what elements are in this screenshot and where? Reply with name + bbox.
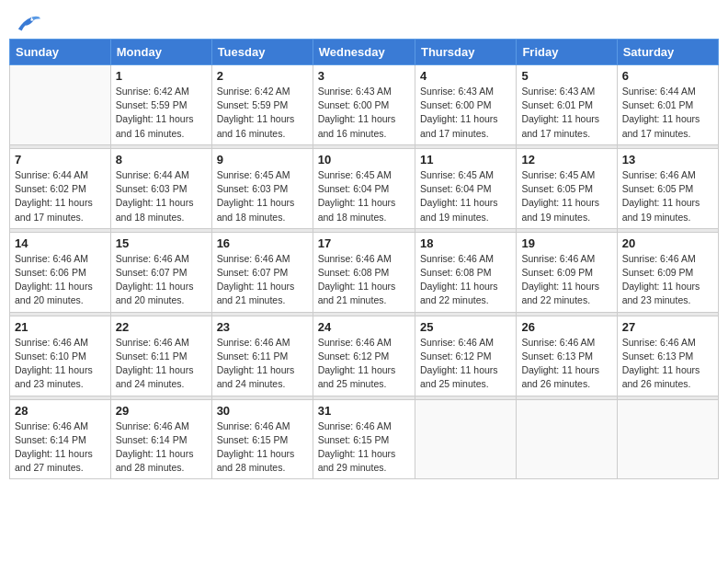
sunrise-text: Sunrise: 6:45 AM bbox=[521, 168, 611, 182]
sunset-text: Sunset: 6:14 PM bbox=[116, 433, 207, 447]
sunrise-text: Sunrise: 6:42 AM bbox=[217, 85, 308, 98]
daylight-text-cont: and 26 minutes. bbox=[622, 377, 713, 391]
sunset-text: Sunset: 6:03 PM bbox=[217, 182, 308, 196]
day-info: Sunrise: 6:44 AMSunset: 6:02 PMDaylight:… bbox=[15, 168, 106, 224]
day-info: Sunrise: 6:46 AMSunset: 6:11 PMDaylight:… bbox=[116, 336, 207, 392]
sunset-text: Sunset: 6:12 PM bbox=[318, 350, 410, 363]
day-number: 28 bbox=[15, 404, 106, 418]
day-number: 15 bbox=[116, 236, 207, 250]
day-info: Sunrise: 6:44 AMSunset: 6:01 PMDaylight:… bbox=[622, 85, 713, 141]
day-info: Sunrise: 6:46 AMSunset: 6:14 PMDaylight:… bbox=[116, 419, 207, 476]
sunrise-text: Sunrise: 6:44 AM bbox=[116, 168, 207, 182]
sunrise-text: Sunrise: 6:46 AM bbox=[318, 336, 410, 350]
day-number: 14 bbox=[15, 236, 106, 250]
weekday-header: Saturday bbox=[617, 40, 718, 65]
calendar-day-cell: 6Sunrise: 6:44 AMSunset: 6:01 PMDaylight… bbox=[617, 65, 718, 145]
day-number: 17 bbox=[318, 236, 410, 250]
calendar-day-cell: 18Sunrise: 6:46 AMSunset: 6:08 PMDayligh… bbox=[415, 232, 516, 312]
daylight-text: Daylight: 11 hours bbox=[217, 196, 308, 210]
daylight-text: Daylight: 11 hours bbox=[318, 363, 410, 377]
daylight-text: Daylight: 11 hours bbox=[420, 363, 511, 377]
day-info: Sunrise: 6:45 AMSunset: 6:03 PMDaylight:… bbox=[217, 168, 308, 224]
calendar-day-cell: 1Sunrise: 6:42 AMSunset: 5:59 PMDaylight… bbox=[110, 65, 211, 145]
calendar-week-row: 1Sunrise: 6:42 AMSunset: 5:59 PMDaylight… bbox=[10, 65, 719, 145]
calendar-week-row: 28Sunrise: 6:46 AMSunset: 6:14 PMDayligh… bbox=[10, 399, 719, 479]
day-info: Sunrise: 6:46 AMSunset: 6:05 PMDaylight:… bbox=[622, 168, 713, 224]
daylight-text-cont: and 22 minutes. bbox=[521, 293, 611, 307]
calendar-day-cell: 7Sunrise: 6:44 AMSunset: 6:02 PMDaylight… bbox=[10, 148, 111, 228]
sunrise-text: Sunrise: 6:44 AM bbox=[622, 85, 713, 98]
day-info: Sunrise: 6:46 AMSunset: 6:12 PMDaylight:… bbox=[318, 336, 410, 392]
calendar-day-cell: 2Sunrise: 6:42 AMSunset: 5:59 PMDaylight… bbox=[211, 65, 313, 145]
day-number: 7 bbox=[15, 153, 106, 167]
day-info: Sunrise: 6:46 AMSunset: 6:06 PMDaylight:… bbox=[15, 252, 106, 308]
daylight-text: Daylight: 11 hours bbox=[318, 280, 410, 293]
day-info: Sunrise: 6:46 AMSunset: 6:08 PMDaylight:… bbox=[318, 252, 410, 308]
calendar-day-cell: 20Sunrise: 6:46 AMSunset: 6:09 PMDayligh… bbox=[617, 232, 718, 312]
calendar-day-cell: 24Sunrise: 6:46 AMSunset: 6:12 PMDayligh… bbox=[313, 316, 415, 396]
day-info: Sunrise: 6:46 AMSunset: 6:15 PMDaylight:… bbox=[217, 419, 308, 476]
daylight-text: Daylight: 11 hours bbox=[622, 280, 713, 293]
daylight-text-cont: and 23 minutes. bbox=[15, 377, 106, 391]
calendar-day-cell: 13Sunrise: 6:46 AMSunset: 6:05 PMDayligh… bbox=[617, 148, 718, 228]
daylight-text-cont: and 20 minutes. bbox=[15, 293, 106, 307]
calendar-day-cell: 14Sunrise: 6:46 AMSunset: 6:06 PMDayligh… bbox=[10, 232, 111, 312]
sunrise-text: Sunrise: 6:43 AM bbox=[521, 85, 611, 98]
sunset-text: Sunset: 6:06 PM bbox=[15, 266, 106, 280]
sunset-text: Sunset: 6:03 PM bbox=[116, 182, 207, 196]
day-number: 10 bbox=[318, 153, 410, 167]
sunrise-text: Sunrise: 6:46 AM bbox=[521, 252, 611, 266]
logo bbox=[17, 15, 42, 35]
calendar-day-cell: 8Sunrise: 6:44 AMSunset: 6:03 PMDaylight… bbox=[110, 148, 211, 228]
calendar-day-cell: 5Sunrise: 6:43 AMSunset: 6:01 PMDaylight… bbox=[517, 65, 617, 145]
sunrise-text: Sunrise: 6:46 AM bbox=[15, 336, 106, 350]
sunset-text: Sunset: 6:00 PM bbox=[420, 98, 511, 112]
daylight-text: Daylight: 11 hours bbox=[217, 280, 308, 293]
sunset-text: Sunset: 6:05 PM bbox=[521, 182, 611, 196]
day-number: 23 bbox=[217, 320, 308, 334]
day-info: Sunrise: 6:43 AMSunset: 6:00 PMDaylight:… bbox=[420, 85, 511, 141]
daylight-text-cont: and 16 minutes. bbox=[116, 127, 207, 141]
sunrise-text: Sunrise: 6:46 AM bbox=[318, 252, 410, 266]
weekday-header: Wednesday bbox=[313, 40, 415, 65]
day-number: 20 bbox=[622, 236, 713, 250]
daylight-text: Daylight: 11 hours bbox=[15, 447, 106, 461]
daylight-text-cont: and 22 minutes. bbox=[420, 293, 511, 307]
daylight-text-cont: and 18 minutes. bbox=[217, 211, 308, 224]
day-number: 22 bbox=[116, 320, 207, 334]
day-number: 3 bbox=[318, 69, 410, 83]
daylight-text: Daylight: 11 hours bbox=[217, 363, 308, 377]
daylight-text: Daylight: 11 hours bbox=[116, 112, 207, 126]
daylight-text-cont: and 28 minutes. bbox=[217, 461, 308, 475]
sunrise-text: Sunrise: 6:46 AM bbox=[622, 336, 713, 350]
sunset-text: Sunset: 6:05 PM bbox=[622, 182, 713, 196]
day-info: Sunrise: 6:46 AMSunset: 6:09 PMDaylight:… bbox=[521, 252, 611, 308]
daylight-text-cont: and 18 minutes. bbox=[318, 211, 410, 224]
daylight-text-cont: and 27 minutes. bbox=[15, 461, 106, 475]
daylight-text-cont: and 16 minutes. bbox=[318, 127, 410, 141]
sunrise-text: Sunrise: 6:46 AM bbox=[420, 252, 511, 266]
calendar-day-cell: 4Sunrise: 6:43 AMSunset: 6:00 PMDaylight… bbox=[415, 65, 516, 145]
sunset-text: Sunset: 6:13 PM bbox=[622, 350, 713, 363]
daylight-text: Daylight: 11 hours bbox=[420, 196, 511, 210]
calendar-day-cell: 16Sunrise: 6:46 AMSunset: 6:07 PMDayligh… bbox=[211, 232, 313, 312]
day-info: Sunrise: 6:46 AMSunset: 6:10 PMDaylight:… bbox=[15, 336, 106, 392]
daylight-text: Daylight: 11 hours bbox=[116, 363, 207, 377]
day-number: 5 bbox=[521, 69, 611, 83]
daylight-text-cont: and 29 minutes. bbox=[318, 461, 410, 475]
sunset-text: Sunset: 6:00 PM bbox=[318, 98, 410, 112]
sunrise-text: Sunrise: 6:46 AM bbox=[15, 419, 106, 433]
day-number: 29 bbox=[116, 404, 207, 418]
calendar-day-cell bbox=[10, 65, 111, 145]
sunset-text: Sunset: 6:01 PM bbox=[521, 98, 611, 112]
daylight-text-cont: and 25 minutes. bbox=[318, 377, 410, 391]
sunrise-text: Sunrise: 6:46 AM bbox=[15, 252, 106, 266]
daylight-text-cont: and 19 minutes. bbox=[622, 211, 713, 224]
sunrise-text: Sunrise: 6:46 AM bbox=[116, 419, 207, 433]
day-info: Sunrise: 6:46 AMSunset: 6:07 PMDaylight:… bbox=[116, 252, 207, 308]
day-info: Sunrise: 6:46 AMSunset: 6:12 PMDaylight:… bbox=[420, 336, 511, 392]
sunrise-text: Sunrise: 6:46 AM bbox=[116, 336, 207, 350]
daylight-text: Daylight: 11 hours bbox=[622, 112, 713, 126]
daylight-text: Daylight: 11 hours bbox=[15, 280, 106, 293]
calendar-day-cell: 10Sunrise: 6:45 AMSunset: 6:04 PMDayligh… bbox=[313, 148, 415, 228]
